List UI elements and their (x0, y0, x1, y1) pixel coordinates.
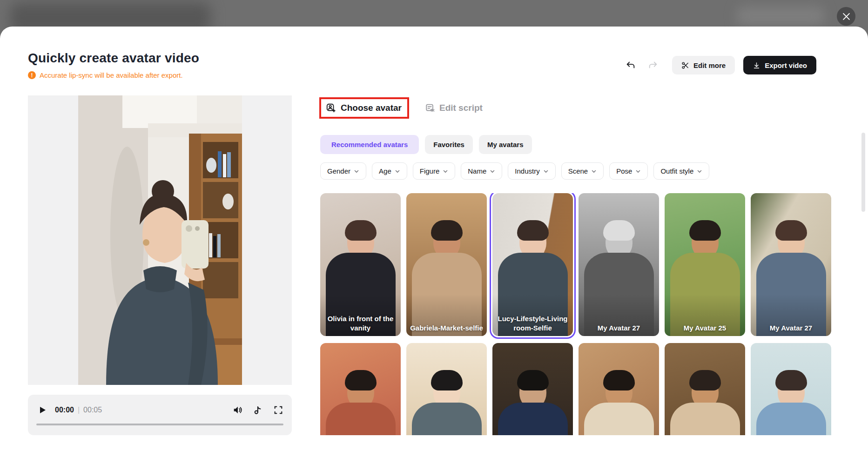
chevron-down-icon (543, 168, 549, 174)
current-time: 00:00 (55, 406, 74, 414)
tab-recommended-avatars[interactable]: Recommended avatars (320, 135, 419, 154)
chevron-down-icon (591, 168, 597, 174)
avatar-card[interactable]: My Avatar 25 (665, 193, 745, 336)
edit-more-label: Edit more (693, 61, 726, 69)
preview-selfie-illustration (78, 95, 242, 385)
avatar-card[interactable] (579, 343, 659, 435)
video-preview-stage (28, 95, 292, 385)
filter-scene-label: Scene (568, 167, 588, 175)
download-icon (753, 61, 760, 69)
choose-avatar-step[interactable]: Choose avatar (319, 97, 409, 119)
avatar-name: Lucy-Lifestyle-Living room-Selfie (492, 314, 573, 332)
fullscreen-icon[interactable] (273, 405, 283, 415)
video-preview-frame (78, 95, 242, 385)
filter-outfit-style-label: Outfit style (660, 167, 693, 175)
avatar-card[interactable]: Gabriela-Market-selfie (406, 193, 487, 336)
avatar-card[interactable] (320, 343, 401, 435)
avatar-card[interactable] (751, 343, 831, 435)
filter-industry-label: Industry (515, 167, 539, 175)
page-title: Quickly create avatar video (28, 51, 199, 66)
undo-icon[interactable] (624, 58, 638, 72)
avatar-card[interactable] (665, 343, 745, 435)
video-player-bar: 00:00 | 00:05 (28, 395, 292, 435)
filter-pose-label: Pose (616, 167, 632, 175)
filter-outfit-style[interactable]: Outfit style (653, 162, 709, 180)
filter-row: Gender Age Figure Name Industry Scene Po… (320, 162, 709, 180)
avatar-thumbnail (492, 343, 573, 435)
avatar-thumbnail (751, 343, 831, 435)
tab-my-avatars[interactable]: My avatars (479, 135, 532, 154)
avatar-card[interactable] (492, 343, 573, 435)
avatar-card[interactable]: My Avatar 27 (579, 193, 659, 336)
avatar-name: My Avatar 27 (751, 323, 831, 333)
scissors-icon (681, 61, 689, 69)
edit-script-label: Edit script (439, 103, 483, 113)
filter-age[interactable]: Age (372, 162, 407, 180)
create-avatar-video-modal: Quickly create avatar video ! Accurate l… (0, 27, 868, 451)
header-actions: Edit more Export video (624, 56, 816, 74)
avatar-thumbnail (406, 343, 487, 435)
filter-pose[interactable]: Pose (609, 162, 648, 180)
play-icon[interactable] (36, 404, 48, 416)
avatar-thumbnail (579, 343, 659, 435)
avatar-grid-viewport: Olivia in front of the vanity Gabriela-M… (320, 193, 837, 435)
choose-avatar-label: Choose avatar (341, 103, 402, 113)
avatar-thumbnail (665, 343, 745, 435)
filter-scene[interactable]: Scene (561, 162, 604, 180)
filter-figure-label: Figure (420, 167, 440, 175)
export-video-button[interactable]: Export video (743, 56, 816, 74)
step-row: Choose avatar Edit script (319, 97, 483, 119)
chevron-down-icon (635, 168, 641, 174)
volume-icon[interactable] (232, 405, 242, 415)
avatar-card-selected[interactable]: Lucy-Lifestyle-Living room-Selfie (492, 193, 573, 336)
filter-figure[interactable]: Figure (413, 162, 456, 180)
chevron-down-icon (443, 168, 448, 174)
total-duration: 00:05 (83, 406, 102, 414)
filter-name-label: Name (468, 167, 486, 175)
avatar-thumbnail (320, 343, 401, 435)
avatar-add-icon (326, 103, 336, 113)
lip-sync-notice: ! Accurate lip-sync will be available af… (28, 71, 183, 79)
filter-industry[interactable]: Industry (508, 162, 555, 180)
filter-gender[interactable]: Gender (320, 162, 366, 180)
tiktok-note-icon[interactable] (253, 405, 263, 415)
avatar-tabs: Recommended avatars Favorites My avatars (320, 135, 532, 154)
filter-name[interactable]: Name (461, 162, 502, 180)
filter-age-label: Age (379, 167, 391, 175)
filter-gender-label: Gender (327, 167, 350, 175)
chevron-down-icon (395, 168, 400, 174)
avatar-name: Olivia in front of the vanity (320, 314, 401, 332)
progress-bar[interactable] (36, 424, 283, 425)
avatar-name: My Avatar 25 (665, 323, 745, 333)
avatar-name: My Avatar 27 (579, 323, 659, 333)
chevron-down-icon (697, 168, 702, 174)
time-separator: | (78, 406, 80, 414)
avatar-grid: Olivia in front of the vanity Gabriela-M… (320, 193, 837, 435)
edit-script-step[interactable]: Edit script (425, 103, 483, 113)
chevron-down-icon (354, 168, 359, 174)
edit-more-button[interactable]: Edit more (672, 56, 735, 74)
close-icon[interactable] (837, 7, 855, 26)
script-edit-icon (425, 103, 435, 113)
notice-text: Accurate lip-sync will be available afte… (40, 71, 183, 79)
avatar-card[interactable] (406, 343, 487, 435)
avatar-name: Gabriela-Market-selfie (406, 323, 487, 333)
vertical-scrollbar[interactable] (861, 133, 865, 212)
avatar-card[interactable]: Olivia in front of the vanity (320, 193, 401, 336)
export-video-label: Export video (765, 61, 807, 69)
redo-icon[interactable] (646, 58, 660, 72)
avatar-card[interactable]: My Avatar 27 (751, 193, 831, 336)
tab-favorites[interactable]: Favorites (425, 135, 473, 154)
blurred-background-buttons (736, 7, 825, 25)
time-display: 00:00 | 00:05 (55, 406, 102, 414)
warning-icon: ! (28, 71, 36, 79)
chevron-down-icon (490, 168, 495, 174)
